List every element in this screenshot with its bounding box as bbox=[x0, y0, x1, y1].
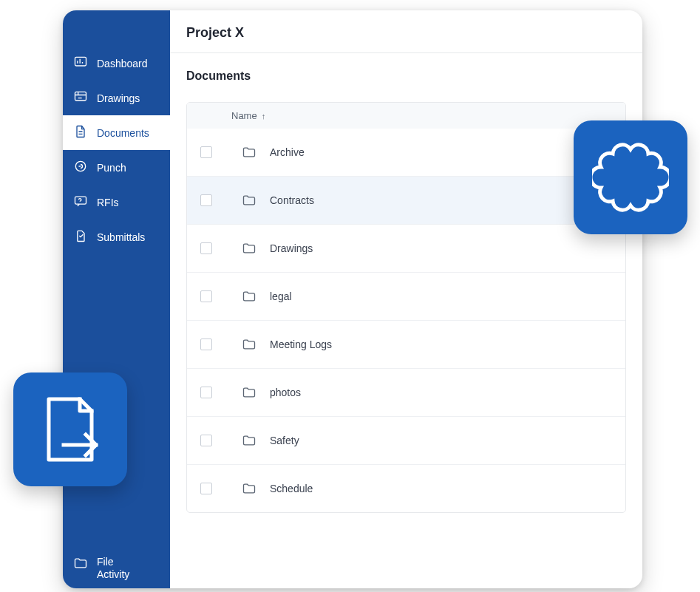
titlebar: Project X bbox=[170, 10, 642, 53]
sidebar-item-label: Dashboard bbox=[97, 58, 148, 69]
folder-icon bbox=[242, 385, 256, 400]
table-row[interactable]: Drawings bbox=[187, 224, 625, 272]
table-row[interactable]: Safety bbox=[187, 416, 625, 464]
column-header-name: Name bbox=[231, 110, 257, 121]
row-checkbox[interactable] bbox=[200, 194, 212, 206]
sidebar: Dashboard Drawings Doc bbox=[63, 10, 170, 588]
row-checkbox[interactable] bbox=[200, 290, 212, 302]
folder-icon bbox=[242, 145, 256, 160]
sidebar-item-dashboard[interactable]: Dashboard bbox=[63, 46, 170, 81]
table-row[interactable]: Schedule bbox=[187, 464, 625, 512]
row-checkbox[interactable] bbox=[200, 387, 212, 398]
row-checkbox[interactable] bbox=[200, 483, 212, 494]
drawings-icon bbox=[73, 89, 88, 106]
app-window: Dashboard Drawings Doc bbox=[63, 10, 642, 588]
sidebar-item-label: Submittals bbox=[97, 231, 145, 243]
row-checkbox[interactable] bbox=[200, 338, 212, 350]
table-row[interactable]: photos bbox=[187, 368, 625, 416]
svg-rect-0 bbox=[75, 57, 86, 66]
row-name: Drawings bbox=[270, 242, 313, 254]
folder-icon bbox=[242, 337, 256, 352]
folder-icon bbox=[242, 193, 256, 208]
documents-icon bbox=[73, 124, 88, 141]
row-name: Schedule bbox=[270, 483, 313, 494]
folder-icon bbox=[73, 556, 88, 573]
folder-icon bbox=[242, 241, 256, 256]
rfi-icon bbox=[73, 194, 88, 211]
sidebar-item-label: RFIs bbox=[97, 197, 119, 208]
folder-icon bbox=[242, 289, 256, 304]
sidebar-item-submittals[interactable]: Submittals bbox=[63, 220, 170, 254]
export-file-badge bbox=[13, 372, 127, 486]
folder-icon bbox=[242, 433, 256, 448]
row-checkbox[interactable] bbox=[200, 242, 212, 254]
sidebar-item-label: Punch bbox=[97, 162, 126, 174]
sidebar-item-punch[interactable]: Punch bbox=[63, 150, 170, 185]
table-header[interactable]: Name ↑ bbox=[187, 103, 625, 129]
submittals-icon bbox=[73, 228, 88, 245]
table-row[interactable]: legal bbox=[187, 272, 625, 320]
row-name: Safety bbox=[270, 435, 299, 446]
row-checkbox[interactable] bbox=[200, 435, 212, 446]
row-name: photos bbox=[270, 387, 301, 398]
sidebar-item-label: File Activity bbox=[97, 556, 129, 581]
punch-icon bbox=[73, 159, 88, 176]
flower-badge bbox=[574, 120, 687, 234]
row-name: Archive bbox=[270, 146, 305, 158]
documents-table: Name ↑ ArchiveContractsDrawingslegalMeet… bbox=[186, 102, 626, 513]
dashboard-icon bbox=[73, 55, 88, 72]
table-body: ArchiveContractsDrawingslegalMeeting Log… bbox=[187, 129, 625, 512]
table-row[interactable]: Archive bbox=[187, 129, 625, 176]
folder-icon bbox=[242, 481, 256, 496]
row-checkbox[interactable] bbox=[200, 146, 212, 158]
sidebar-item-rfis[interactable]: RFIs bbox=[63, 185, 170, 220]
table-row[interactable]: Contracts bbox=[187, 176, 625, 224]
sidebar-item-documents[interactable]: Documents bbox=[63, 115, 170, 150]
sidebar-item-drawings[interactable]: Drawings bbox=[63, 81, 170, 115]
row-name: legal bbox=[270, 290, 292, 302]
section-title: Documents bbox=[170, 53, 642, 90]
svg-rect-1 bbox=[75, 92, 86, 101]
sidebar-item-label: Drawings bbox=[97, 92, 140, 104]
sidebar-item-file-activity[interactable]: File Activity bbox=[63, 547, 170, 588]
sort-ascending-icon: ↑ bbox=[262, 112, 266, 120]
sidebar-item-label: Documents bbox=[97, 127, 149, 139]
row-name: Meeting Logs bbox=[270, 338, 332, 350]
main-panel: Project X Documents Name ↑ ArchiveContra… bbox=[170, 10, 642, 588]
table-row[interactable]: Meeting Logs bbox=[187, 320, 625, 368]
row-name: Contracts bbox=[270, 194, 314, 206]
page-title: Project X bbox=[186, 25, 626, 41]
sidebar-nav: Dashboard Drawings Doc bbox=[63, 10, 170, 254]
